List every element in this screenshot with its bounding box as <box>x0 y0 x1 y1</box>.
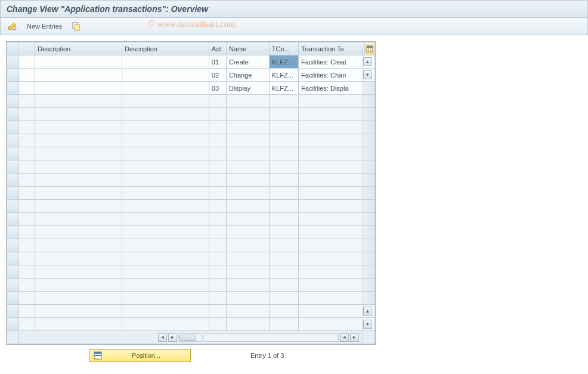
cell-desc2[interactable] <box>122 226 209 239</box>
cell-desc2[interactable] <box>122 174 209 187</box>
hscroll-track[interactable] <box>178 333 202 342</box>
table-row[interactable]: 01CreateKLFZ...Facilities: Creat▲ <box>7 55 375 69</box>
cell-ttext[interactable] <box>299 213 363 226</box>
cell-tcode[interactable] <box>269 279 298 292</box>
cell-name[interactable]: Create <box>226 55 269 69</box>
table-row[interactable] <box>7 292 375 305</box>
cell-desc1[interactable] <box>35 226 122 239</box>
column-act[interactable]: Act <box>209 42 226 55</box>
cell-desc2[interactable] <box>122 108 209 121</box>
cell-tcode[interactable] <box>269 108 298 121</box>
table-row[interactable]: 03DisplayKLFZ...Facilities: Displa <box>7 82 375 95</box>
cell-desc1[interactable] <box>35 108 122 121</box>
cell-tcode[interactable] <box>269 318 298 331</box>
row-selector[interactable] <box>7 292 19 305</box>
cell-name[interactable] <box>226 174 269 187</box>
cell-name[interactable] <box>226 187 269 200</box>
cell-name[interactable] <box>226 265 269 279</box>
cell-tcode[interactable] <box>269 292 298 305</box>
row-marker[interactable] <box>19 292 35 305</box>
table-row[interactable] <box>7 226 375 239</box>
row-selector[interactable] <box>7 69 19 82</box>
cell-tcode[interactable] <box>269 213 298 226</box>
cell-ttext[interactable] <box>299 95 363 108</box>
cell-name[interactable]: Change <box>226 69 269 82</box>
vscroll-down-step-button[interactable]: ▼ <box>363 70 372 79</box>
vscroll-up-button[interactable]: ▲ <box>363 57 372 66</box>
cell-desc2[interactable] <box>122 95 209 108</box>
cell-ttext[interactable] <box>299 226 363 239</box>
cell-ttext[interactable] <box>299 160 363 174</box>
cell-desc1[interactable] <box>35 279 122 292</box>
cell-desc2[interactable] <box>122 318 209 331</box>
cell-ttext[interactable] <box>299 318 363 331</box>
cell-desc1[interactable] <box>35 55 122 69</box>
cell-desc2[interactable] <box>122 160 209 174</box>
row-marker[interactable] <box>19 95 35 108</box>
cell-act[interactable] <box>209 160 226 174</box>
cell-act[interactable] <box>209 95 226 108</box>
table-row[interactable] <box>7 147 375 160</box>
cell-desc1[interactable] <box>35 213 122 226</box>
row-selector[interactable] <box>7 147 19 160</box>
cell-tcode[interactable] <box>269 134 298 147</box>
cell-desc2[interactable] <box>122 292 209 305</box>
cell-act[interactable]: 03 <box>209 82 226 95</box>
cell-tcode[interactable] <box>269 265 298 279</box>
cell-desc2[interactable] <box>122 82 209 95</box>
table-row[interactable] <box>7 174 375 187</box>
cell-act[interactable] <box>209 121 226 134</box>
column-description-1[interactable]: Description <box>35 42 122 55</box>
row-marker[interactable] <box>19 69 35 82</box>
cell-desc1[interactable] <box>35 121 122 134</box>
cell-act[interactable] <box>209 252 226 265</box>
cell-tcode[interactable] <box>269 252 298 265</box>
table-row[interactable]: ▲ <box>7 305 375 318</box>
cell-tcode[interactable] <box>269 226 298 239</box>
cell-name[interactable] <box>226 95 269 108</box>
cell-name[interactable] <box>226 147 269 160</box>
cell-desc2[interactable] <box>122 305 209 318</box>
cell-ttext[interactable]: Facilities: Chan <box>299 69 363 82</box>
table-row[interactable] <box>7 279 375 292</box>
row-selector[interactable] <box>7 239 19 252</box>
cell-tcode[interactable]: KLFZ... <box>269 55 298 69</box>
table-row[interactable]: ▼ <box>7 318 375 331</box>
table-settings-button[interactable] <box>364 42 375 55</box>
row-selector[interactable] <box>7 279 19 292</box>
cell-desc2[interactable] <box>122 69 209 82</box>
table-row[interactable] <box>7 160 375 174</box>
column-description-2[interactable]: Description <box>122 42 209 55</box>
column-name[interactable]: Name <box>226 42 269 55</box>
cell-ttext[interactable] <box>299 187 363 200</box>
row-selector[interactable] <box>7 226 19 239</box>
cell-act[interactable] <box>209 213 226 226</box>
row-marker[interactable] <box>19 213 35 226</box>
cell-tcode[interactable] <box>269 147 298 160</box>
cell-desc1[interactable] <box>35 174 122 187</box>
row-selector[interactable] <box>7 108 19 121</box>
row-marker[interactable] <box>19 174 35 187</box>
cell-name[interactable] <box>226 226 269 239</box>
cell-act[interactable]: 01 <box>209 55 226 69</box>
cell-ttext[interactable] <box>299 174 363 187</box>
cell-name[interactable] <box>226 134 269 147</box>
cell-act[interactable] <box>209 265 226 279</box>
cell-desc1[interactable] <box>35 200 122 213</box>
cell-desc1[interactable] <box>35 318 122 331</box>
table-row[interactable] <box>7 95 375 108</box>
cell-desc2[interactable] <box>122 213 209 226</box>
cell-name[interactable] <box>226 279 269 292</box>
cell-ttext[interactable] <box>299 147 363 160</box>
row-marker[interactable] <box>19 226 35 239</box>
cell-desc2[interactable] <box>122 55 209 69</box>
cell-desc2[interactable] <box>122 147 209 160</box>
row-marker[interactable] <box>19 252 35 265</box>
row-marker[interactable] <box>19 108 35 121</box>
cell-desc1[interactable] <box>35 252 122 265</box>
cell-ttext[interactable] <box>299 200 363 213</box>
column-transaction-text[interactable]: Transaction Te <box>299 42 363 55</box>
cell-act[interactable] <box>209 200 226 213</box>
cell-ttext[interactable] <box>299 305 363 318</box>
hscroll-left-button-2[interactable]: ◄ <box>340 333 349 342</box>
